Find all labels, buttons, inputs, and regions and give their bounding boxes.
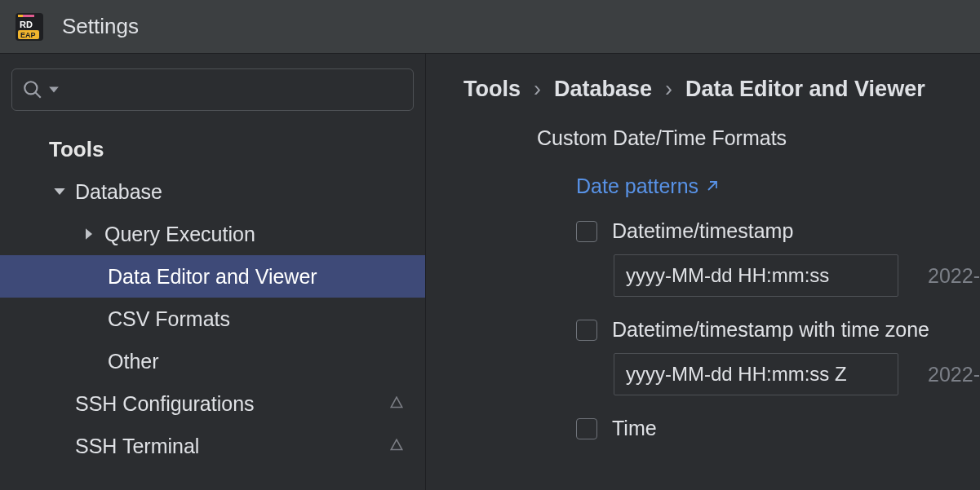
datetime-tz-checkbox[interactable] (576, 320, 597, 341)
svg-text:EAP: EAP (20, 31, 36, 39)
tree-item-csv-formats[interactable]: CSV Formats (0, 298, 425, 340)
breadcrumb-segment[interactable]: Tools (463, 77, 521, 102)
tree-item-data-editor[interactable]: Data Editor and Viewer (0, 255, 425, 298)
tree-item-label: Query Execution (104, 223, 255, 246)
tree-item-ssh-configurations[interactable]: SSH Configurations (0, 382, 425, 425)
settings-main-panel: Tools › Database › Data Editor and Viewe… (426, 54, 980, 490)
tree-item-other[interactable]: Other (0, 340, 425, 382)
chevron-down-icon (49, 185, 70, 198)
datetime-tz-format-input[interactable] (614, 353, 898, 395)
chevron-right-icon: › (665, 77, 672, 102)
tree-item-label: CSV Formats (108, 307, 230, 331)
settings-sidebar: Tools Database Query Execution Data Edit… (0, 54, 426, 490)
field-label: Datetime/timestamp with time zone (612, 318, 929, 342)
window-title: Settings (62, 14, 139, 39)
datetime-format-input[interactable] (614, 254, 898, 297)
tree-item-ssh-terminal[interactable]: SSH Terminal (0, 425, 425, 467)
chevron-right-icon (78, 227, 100, 241)
svg-point-6 (24, 82, 37, 94)
chevron-down-icon (48, 84, 60, 95)
tree-item-label: Other (108, 350, 159, 373)
breadcrumb-segment[interactable]: Database (554, 77, 652, 102)
titlebar: RD EAP Settings (0, 0, 980, 54)
app-icon: RD EAP (15, 12, 44, 42)
tree-group-tools[interactable]: Tools (0, 129, 425, 170)
section-heading: Custom Date/Time Formats (537, 126, 980, 150)
date-patterns-link[interactable]: Date patterns (576, 174, 980, 198)
datetime-format-preview: 2022- (928, 264, 980, 288)
chevron-right-icon: › (534, 77, 541, 102)
tree-item-label: Data Editor and Viewer (108, 265, 317, 289)
tree-item-query-execution[interactable]: Query Execution (0, 213, 425, 255)
svg-rect-2 (18, 15, 23, 17)
link-label: Date patterns (576, 174, 698, 198)
search-icon (22, 79, 43, 100)
external-link-icon (705, 180, 718, 193)
tree-item-label: Database (75, 180, 162, 204)
svg-text:RD: RD (20, 20, 33, 29)
datetime-checkbox[interactable] (576, 221, 597, 242)
tree-item-label: SSH Terminal (75, 435, 199, 458)
svg-line-7 (35, 92, 41, 98)
settings-tree: Tools Database Query Execution Data Edit… (0, 121, 425, 467)
datetime-tz-format-preview: 2022- (928, 363, 980, 386)
field-label: Time (612, 417, 657, 440)
project-badge-icon (389, 396, 404, 411)
settings-search-input[interactable] (11, 68, 414, 111)
breadcrumb: Tools › Database › Data Editor and Viewe… (463, 77, 980, 102)
project-badge-icon (389, 439, 404, 453)
tree-item-database[interactable]: Database (0, 170, 425, 213)
breadcrumb-segment: Data Editor and Viewer (685, 77, 925, 102)
field-label: Datetime/timestamp (612, 219, 793, 243)
tree-item-label: SSH Configurations (75, 392, 255, 416)
time-checkbox[interactable] (576, 418, 597, 439)
